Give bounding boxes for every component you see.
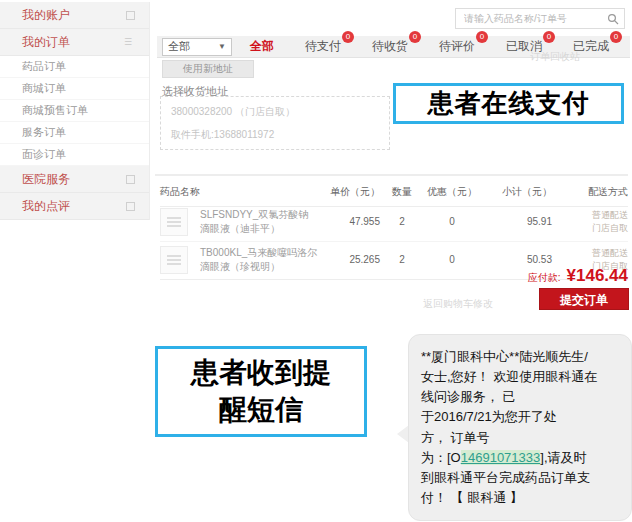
unit-price: 25.265 [318,254,380,265]
tab-pending-review[interactable]: 待评价 0 [439,38,475,55]
drug-name[interactable]: SLFSNDYY_双氯芬酸钠滴眼液（迪非平） [200,208,318,236]
payable-label: 应付款: [528,271,561,285]
search-input[interactable] [456,9,624,28]
delivery-method: 普通配送 门店自取 [552,209,628,234]
sidebar-subitem-service-orders[interactable]: 服务订单 [0,122,149,144]
sidebar: 我的账户 我的订单 ☰ 药品订单 商城订单 商城预售订单 服务订单 面诊订单 医… [0,2,150,220]
tab-pending-receipt[interactable]: 待收货 0 [372,38,408,55]
count-badge: 0 [409,31,421,43]
tab-label: 全部 [250,39,274,53]
cart-note[interactable]: 返回购物车修改 [423,297,493,311]
dropdown-value: 全部 [168,39,190,54]
sidebar-item-label: 我的订单 [22,34,70,51]
sidebar-subitem-label: 商城预售订单 [22,103,88,118]
square-icon [126,202,135,211]
order-recycle-link[interactable]: 订单回收站 [530,50,580,64]
product-thumbnail [160,246,188,274]
header-subtotal: 小计（元） [480,185,552,199]
chevron-down-icon: ▼ [218,42,226,51]
sms-order-number-link: 14691071333 [461,450,541,465]
qty: 2 [380,216,424,227]
address-line1: 38000328200 （门店自取） [171,105,379,119]
sms-text-before: **厦门眼科中心**陆光顺先生/ 女士,您好！ 欢迎使用眼科通在 线问诊服务， … [421,349,597,465]
sidebar-item-label: 医院服务 [22,171,70,188]
header-discount: 优惠（元） [424,185,480,199]
page: 我的账户 我的订单 ☰ 药品订单 商城订单 商城预售订单 服务订单 面诊订单 医… [0,0,632,522]
sidebar-subitem-label: 面诊订单 [22,147,66,162]
use-new-address-button[interactable]: 使用新地址 [162,60,254,78]
search-icon[interactable] [607,13,619,25]
sidebar-subitem-label: 商城订单 [22,81,66,96]
menu-icon: ☰ [124,38,135,47]
sidebar-item-my-reviews[interactable]: 我的点评 [0,193,149,220]
header-delivery: 配送方式 [552,185,628,199]
square-icon [126,175,135,184]
count-badge: 0 [610,31,622,43]
delivery-line2: 门店自取 [592,223,628,233]
count-badge: 0 [543,31,555,43]
address-phone: 取件手机:13688011972 [171,128,379,142]
online-payment-callout: 患者在线支付 [393,83,624,124]
section-divider [155,174,628,176]
sidebar-subitem-label: 服务订单 [22,125,66,140]
tab-label: 待支付 [305,39,341,53]
table-row: SLFSNDYY_双氯芬酸钠滴眼液（迪非平） 47.955 2 0 95.91 … [160,202,628,242]
discount: 0 [424,254,480,265]
header-qty: 数量 [380,185,424,199]
square-icon [126,11,135,20]
selected-address-card[interactable]: 38000328200 （门店自取） 取件手机:13688011972 [160,96,390,150]
subtotal: 95.91 [480,216,552,227]
header-drug-name: 药品名称 [160,185,318,199]
tab-all[interactable]: 全部 [250,38,274,55]
payable-amount: ¥146.44 [567,266,628,286]
count-badge: 0 [476,31,488,43]
drug-name[interactable]: TB000KL_马来酸噻吗洛尔滴眼液（珍视明） [200,246,318,274]
submit-order-button[interactable]: 提交订单 [539,288,629,310]
subtotal: 50.53 [480,254,552,265]
tab-pending-payment[interactable]: 待支付 0 [305,38,341,55]
sms-message-bubble: **厦门眼科中心**陆光顺先生/ 女士,您好！ 欢迎使用眼科通在 线问诊服务， … [408,334,632,521]
sidebar-item-my-account[interactable]: 我的账户 [0,2,149,29]
order-search [455,8,625,29]
tab-label: 待收货 [372,39,408,53]
unit-price: 47.955 [318,216,380,227]
sidebar-subitem-drug-orders[interactable]: 药品订单 [0,56,149,78]
order-type-dropdown[interactable]: 全部 ▼ [162,38,232,56]
discount: 0 [424,216,480,227]
product-thumbnail [160,208,188,236]
sidebar-subitem-label: 药品订单 [22,59,66,74]
sidebar-item-label: 我的点评 [22,198,70,215]
sidebar-item-my-orders[interactable]: 我的订单 ☰ [0,29,149,56]
sidebar-subitem-presale-orders[interactable]: 商城预售订单 [0,100,149,122]
tab-label: 待评价 [439,39,475,53]
order-total: 应付款: ¥146.44 [528,266,628,286]
sidebar-item-hospital-services[interactable]: 医院服务 [0,166,149,193]
delivery-line1: 普通配送 [592,210,628,220]
header-unit-price: 单价（元） [318,185,380,199]
sms-reminder-callout: 患者收到提醒短信 [155,346,367,437]
sidebar-item-label: 我的账户 [22,7,70,24]
delivery-line1: 普通配送 [592,248,628,258]
qty: 2 [380,254,424,265]
sidebar-subitem-mall-orders[interactable]: 商城订单 [0,78,149,100]
sidebar-subitem-consult-orders[interactable]: 面诊订单 [0,144,149,166]
count-badge: 0 [342,31,354,43]
